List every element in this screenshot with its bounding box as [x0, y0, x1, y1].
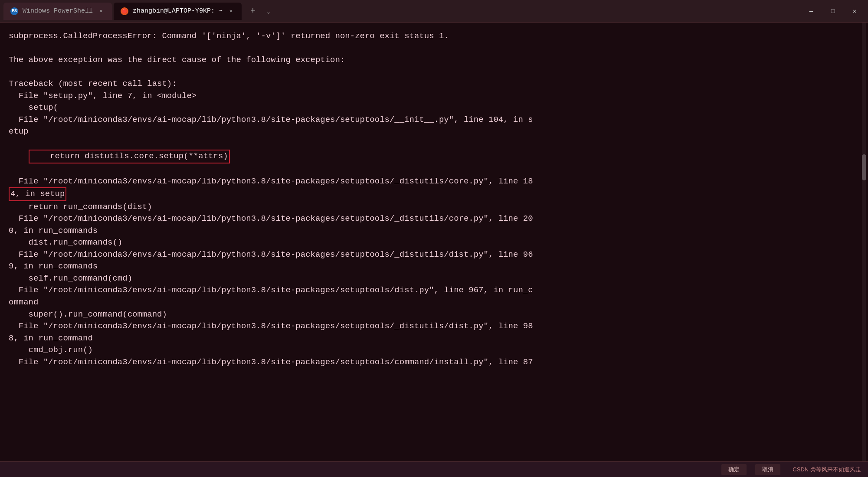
terminal-line-21: super().run_command(command) — [9, 309, 859, 321]
statusbar-cancel[interactable]: 取消 — [755, 464, 780, 475]
terminal-line-17: 9, in run_commands — [9, 261, 859, 273]
terminal-line-18: self.run_command(cmd) — [9, 273, 859, 285]
terminal-line-24: cmd_obj.run() — [9, 344, 859, 356]
tab-powershell-close[interactable]: ✕ — [97, 7, 105, 15]
terminal-line-11: 4, in setup — [9, 187, 66, 201]
ubuntu-icon: 🔴 — [121, 7, 128, 15]
tab-ubuntu-close[interactable]: ✕ — [227, 7, 235, 15]
scrollbar[interactable] — [862, 23, 866, 461]
terminal-line-15: dist.run_commands() — [9, 237, 859, 249]
terminal-line-6: setup( — [9, 102, 859, 114]
terminal-line-19: File "/root/miniconda3/envs/ai-mocap/lib… — [9, 284, 859, 297]
statusbar-confirm[interactable]: 确定 — [721, 464, 747, 475]
terminal-line-5: File "setup.py", line 7, in <module> — [9, 90, 859, 102]
terminal-line-13: File "/root/miniconda3/envs/ai-mocap/lib… — [9, 213, 859, 225]
terminal-line-20: ommand — [9, 297, 859, 309]
tab-ubuntu-label: zhangbin@LAPTOP-Y9KP: ~ — [133, 7, 223, 15]
terminal-line-10: File "/root/miniconda3/envs/ai-mocap/lib… — [9, 176, 859, 188]
add-tab-button[interactable]: + — [245, 3, 261, 19]
statusbar: 确定 取消 CSDN @等风来不如迎风走 — [0, 461, 868, 477]
powershell-icon: PS — [10, 7, 18, 15]
scrollbar-thumb[interactable] — [862, 154, 866, 180]
titlebar: PS Windows PowerShell ✕ 🔴 zhangbin@LAPTO… — [0, 0, 868, 23]
close-button[interactable]: ✕ — [845, 4, 865, 18]
terminal-line-16: File "/root/miniconda3/envs/ai-mocap/lib… — [9, 249, 859, 261]
tab-ubuntu[interactable]: 🔴 zhangbin@LAPTOP-Y9KP: ~ ✕ — [114, 3, 242, 20]
terminal-line-0: subprocess.CalledProcessError: Command '… — [9, 30, 859, 42]
tab-powershell[interactable]: PS Windows PowerShell ✕ — [3, 3, 112, 20]
tab-dropdown-button[interactable]: ⌄ — [262, 5, 275, 17]
terminal-line-3 — [9, 66, 859, 78]
highlighted-code: return distutils.core.setup(**attrs) — [29, 150, 230, 163]
terminal-line-23: 8, in run_command — [9, 333, 859, 345]
terminal-line-9: return distutils.core.setup(**attrs) — [9, 138, 859, 176]
terminal-line-4: Traceback (most recent call last): — [9, 78, 859, 90]
terminal-line-8: etup — [9, 126, 859, 138]
minimize-button[interactable]: — — [801, 4, 821, 18]
terminal-line-14: 0, in run_commands — [9, 225, 859, 237]
terminal-line-25: File "/root/miniconda3/envs/ai-mocap/lib… — [9, 356, 859, 369]
terminal-line-2: The above exception was the direct cause… — [9, 54, 859, 66]
terminal-output: subprocess.CalledProcessError: Command '… — [0, 23, 868, 461]
tab-powershell-label: Windows PowerShell — [23, 7, 93, 15]
terminal-line-7: File "/root/miniconda3/envs/ai-mocap/lib… — [9, 114, 859, 126]
terminal-line-22: File "/root/miniconda3/envs/ai-mocap/lib… — [9, 320, 859, 333]
window-controls: — □ ✕ — [801, 4, 865, 18]
maximize-button[interactable]: □ — [823, 4, 843, 18]
statusbar-brand: CSDN @等风来不如迎风走 — [793, 466, 861, 474]
terminal-line-1 — [9, 42, 859, 55]
terminal-line-12: return run_commands(dist) — [9, 201, 859, 213]
